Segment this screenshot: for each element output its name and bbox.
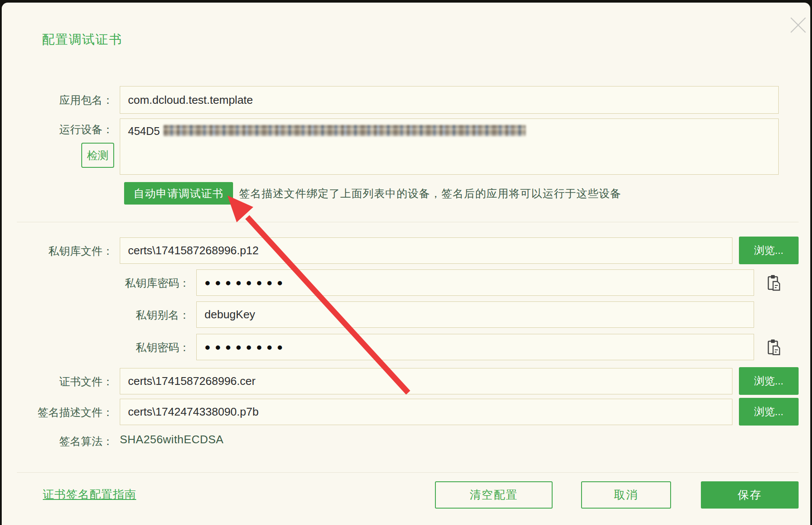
package-name-input[interactable]: com.dcloud.test.template	[120, 86, 779, 114]
page-title: 配置调试证书	[42, 31, 122, 48]
cert-signing-guide-link[interactable]: 证书签名配置指南	[43, 487, 136, 502]
key-alias-label: 私钥别名：	[105, 307, 190, 322]
clear-config-button[interactable]: 清空配置	[435, 481, 553, 509]
close-icon	[789, 16, 808, 35]
profile-file-input[interactable]: certs\1742474338090.p7b	[120, 399, 732, 425]
keystore-file-input[interactable]: certs\1741587268996.p12	[120, 237, 732, 264]
config-debug-certificate-dialog: 配置调试证书 应用包名： com.dcloud.test.template 运行…	[2, 3, 810, 525]
paste-key-password-button[interactable]	[765, 338, 783, 357]
save-button[interactable]: 保存	[701, 481, 799, 509]
cert-file-label: 证书文件：	[28, 374, 113, 389]
auto-apply-cert-button[interactable]: 自动申请调试证书	[124, 182, 233, 205]
cancel-button[interactable]: 取消	[581, 481, 671, 509]
keystore-password-value: ●●●●●●●●	[205, 277, 287, 288]
auto-apply-description: 签名描述文件绑定了上面列表中的设备，签名后的应用将可以运行于这些设备	[239, 182, 621, 205]
device-id-redacted	[163, 125, 526, 136]
clipboard-paste-icon	[766, 274, 782, 292]
key-password-value: ●●●●●●●●	[205, 341, 287, 353]
algorithm-label: 签名算法：	[28, 434, 113, 448]
divider-bottom	[17, 472, 799, 473]
browse-keystore-button[interactable]: 浏览...	[739, 237, 799, 264]
browse-cert-button[interactable]: 浏览...	[739, 367, 799, 395]
browse-profile-button[interactable]: 浏览...	[739, 398, 799, 426]
close-button[interactable]	[788, 15, 809, 35]
divider-top	[17, 222, 799, 222]
keystore-file-label: 私钥库文件：	[28, 243, 113, 258]
package-name-label: 应用包名：	[28, 93, 113, 107]
keystore-password-label: 私钥库密码：	[105, 275, 190, 290]
clipboard-paste-icon	[766, 338, 782, 356]
cert-file-input[interactable]: certs\1741587268996.cer	[120, 368, 732, 394]
keystore-password-input[interactable]: ●●●●●●●●	[196, 269, 754, 296]
paste-keystore-password-button[interactable]	[765, 273, 783, 292]
device-list-box[interactable]: 454D5	[120, 118, 779, 175]
device-id-prefix: 454D5	[128, 125, 160, 138]
algorithm-value: SHA256withECDSA	[120, 433, 224, 446]
detect-button[interactable]: 检测	[81, 143, 114, 168]
key-password-input[interactable]: ●●●●●●●●	[196, 334, 754, 360]
key-alias-input[interactable]: debugKey	[196, 301, 754, 328]
key-password-label: 私钥密码：	[105, 340, 190, 355]
device-label: 运行设备：	[28, 122, 113, 137]
profile-file-label: 签名描述文件：	[28, 405, 113, 419]
